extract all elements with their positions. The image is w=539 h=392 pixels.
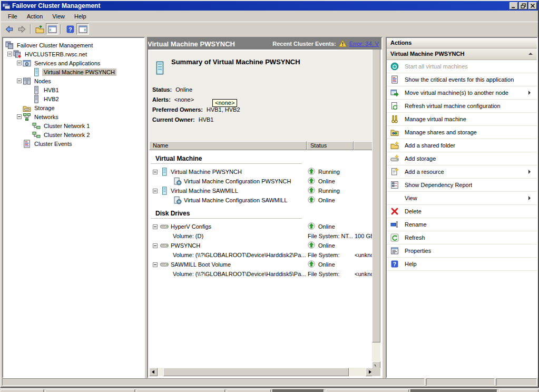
action-item-add-storage[interactable]: Add storage — [387, 152, 537, 165]
column-header-name[interactable]: Name — [149, 141, 307, 150]
field-value: Online — [175, 86, 192, 93]
scroll-left-button[interactable] — [149, 368, 158, 376]
export-button[interactable] — [33, 23, 46, 35]
tree-item-hvb1[interactable]: HVB1 — [3, 85, 144, 94]
status-bar-segment — [426, 378, 495, 386]
action-item-view[interactable]: View — [387, 192, 537, 205]
menu-help[interactable]: Help — [70, 12, 91, 21]
menu-file[interactable]: File — [3, 12, 22, 21]
tree-item-cluster-network-2[interactable]: Cluster Network 2 — [3, 130, 144, 139]
table-row-volume-d[interactable]: Volume: (D)File System: NT...100 GB — [149, 231, 374, 241]
menu-view[interactable]: View — [47, 12, 70, 21]
action-item-show-dependency-report[interactable]: Show Dependency Report — [387, 179, 537, 192]
field-label: Status: — [152, 86, 172, 93]
row-name-label: Virtual Machine Configuration SAWMILL — [184, 197, 287, 203]
main-area: Failover Cluster ManagementHVCLUSTERB.rw… — [1, 36, 538, 379]
menu-bar: FileActionViewHelp — [1, 11, 538, 22]
table-row-virtual-machine-configuration-sawmill[interactable]: Virtual Machine Configuration SAWMILLOnl… — [149, 195, 374, 205]
tree-item-failover-cluster-management[interactable]: Failover Cluster Management — [3, 41, 144, 50]
action-item-add-a-shared-folder[interactable]: Add a shared folder — [387, 139, 537, 152]
table-row-virtual-machine-configuration-pwsynch[interactable]: Virtual Machine Configuration PWSYNCHOnl… — [149, 177, 374, 186]
action-item-help[interactable]: ?Help — [387, 258, 537, 271]
tree-item-cluster-events[interactable]: Cluster Events — [3, 139, 144, 148]
console-window-button[interactable] — [46, 23, 58, 35]
tree-item-virtual-machine-pwsynch[interactable]: Virtual Machine PWSYNCH — [3, 67, 144, 76]
actions-section-header[interactable]: Virtual Machine PWSYNCH — [387, 48, 537, 60]
tree-item-networks[interactable]: Networks — [3, 112, 144, 121]
vertical-scrollbar[interactable] — [372, 39, 380, 370]
row-expander-icon[interactable] — [153, 170, 158, 174]
tree-item-hvclusterb-rwsc-net[interactable]: HVCLUSTERB.rwsc.net — [3, 50, 144, 58]
restore-button[interactable] — [519, 2, 527, 9]
vertical-scroll-thumb[interactable] — [372, 47, 380, 342]
table-row-sawmill-boot-volume[interactable]: SAWMILL Boot VolumeOnline — [149, 260, 374, 269]
row-expander-icon[interactable] — [153, 189, 158, 193]
taskbar-button[interactable] — [499, 389, 538, 392]
status-cell: Running — [307, 187, 354, 195]
action-item-delete[interactable]: Delete — [387, 205, 537, 218]
back-arrow-button[interactable] — [3, 23, 15, 35]
refresh-config-icon — [390, 102, 400, 110]
action-item-properties[interactable]: Properties — [387, 244, 537, 258]
table-row-pwsynch[interactable]: PWSYNCHOnline — [149, 241, 374, 250]
horizontal-scrollbar[interactable] — [149, 368, 374, 376]
action-item-move-virtual-machine-s-to-another-node[interactable]: Move virtual machine(s) to another node — [387, 86, 537, 100]
vm-icon — [160, 187, 169, 195]
action-window-button[interactable] — [76, 23, 89, 35]
status-cell: File System: — [307, 271, 354, 277]
actions-pane: Actions Virtual Machine PWSYNCH Start al… — [386, 37, 538, 378]
tree-item-nodes[interactable]: Nodes — [3, 76, 144, 85]
taskbar-button[interactable] — [326, 389, 409, 392]
row-expander-icon[interactable] — [153, 224, 158, 229]
tree-item-label: Networks — [33, 113, 60, 121]
menu-action[interactable]: Action — [22, 12, 48, 21]
tree-expander-icon[interactable] — [16, 79, 23, 83]
action-item-manage-virtual-machine[interactable]: Manage virtual machine — [387, 113, 537, 126]
recent-events-label: Recent Cluster Events: — [272, 41, 336, 47]
taskbar-button-active[interactable] — [272, 389, 324, 392]
tree-expander-icon[interactable] — [16, 61, 23, 65]
row-expander-icon[interactable] — [153, 262, 158, 267]
action-item-start-all-virtual-machines: Start all virtual machines — [387, 60, 537, 73]
table-row-volume-globalroot-device-harddisk5-pa[interactable]: Volume: (\\?\GLOBALROOT\Device\Harddisk5… — [149, 269, 374, 279]
group-title-virtual-machine: Virtual Machine — [149, 150, 374, 163]
error-events-link[interactable]: Error: 34, V — [349, 41, 379, 47]
table-row-virtual-machine-sawmill[interactable]: Virtual Machine SAWMILLRunning — [149, 186, 374, 195]
table-row-volume-globalroot-device-harddisk2-pa[interactable]: Volume: (\\?\GLOBALROOT\Device\Harddisk2… — [149, 250, 374, 260]
tree-item-hvb2[interactable]: HVB2 — [3, 94, 144, 103]
action-item-show-the-critical-events-for-this-application[interactable]: Show the critical events for this applic… — [387, 73, 537, 86]
tree-item-cluster-network-1[interactable]: Cluster Network 1 — [3, 121, 144, 130]
action-item-refresh-virtual-machine-configuration[interactable]: Refresh virtual machine configuration — [387, 100, 537, 113]
group-divider — [151, 163, 302, 164]
status-text: File System: — [308, 271, 340, 277]
collapse-arrow-icon[interactable] — [528, 51, 533, 55]
action-item-rename[interactable]: Rename — [387, 218, 537, 231]
row-name-label: Virtual Machine PWSYNCH — [171, 169, 242, 175]
minimize-button[interactable] — [509, 2, 518, 9]
column-header-status[interactable]: Status — [307, 141, 354, 150]
action-item-manage-shares-and-storage[interactable]: Manage shares and storage — [387, 126, 537, 139]
tree-expander-icon[interactable] — [16, 114, 23, 119]
app-icon — [2, 2, 11, 10]
taskbar-button[interactable] — [1, 389, 44, 392]
close-button[interactable] — [528, 2, 537, 9]
horizontal-scroll-thumb[interactable] — [163, 368, 349, 376]
taskbar-button[interactable] — [45, 389, 135, 392]
forward-arrow-button[interactable] — [15, 23, 28, 35]
taskbar-button-active[interactable] — [410, 389, 497, 392]
action-item-add-a-resource[interactable]: Add a resource — [387, 165, 537, 179]
action-item-refresh[interactable]: Refresh — [387, 231, 537, 244]
scrollbar-corner — [372, 368, 380, 376]
tree-item-services-and-applications[interactable]: Services and Applications — [3, 58, 144, 67]
column-header-blank[interactable] — [354, 141, 374, 150]
table-row-hyperv-configs[interactable]: HyperV ConfigsOnline — [149, 222, 374, 231]
taskbar-button[interactable] — [227, 389, 271, 392]
row-expander-icon[interactable] — [153, 243, 158, 248]
taskbar-button[interactable] — [136, 389, 225, 392]
table-row-virtual-machine-pwsynch[interactable]: Virtual Machine PWSYNCHRunning — [149, 167, 374, 177]
tree-item-storage[interactable]: Storage — [3, 103, 144, 112]
tree-item-label: Cluster Network 1 — [42, 122, 91, 130]
help-button[interactable]: ? — [64, 23, 76, 35]
tree-expander-icon[interactable] — [6, 52, 13, 56]
results-header: Virtual Machine PWSYNCH Recent Cluster E… — [148, 38, 381, 50]
